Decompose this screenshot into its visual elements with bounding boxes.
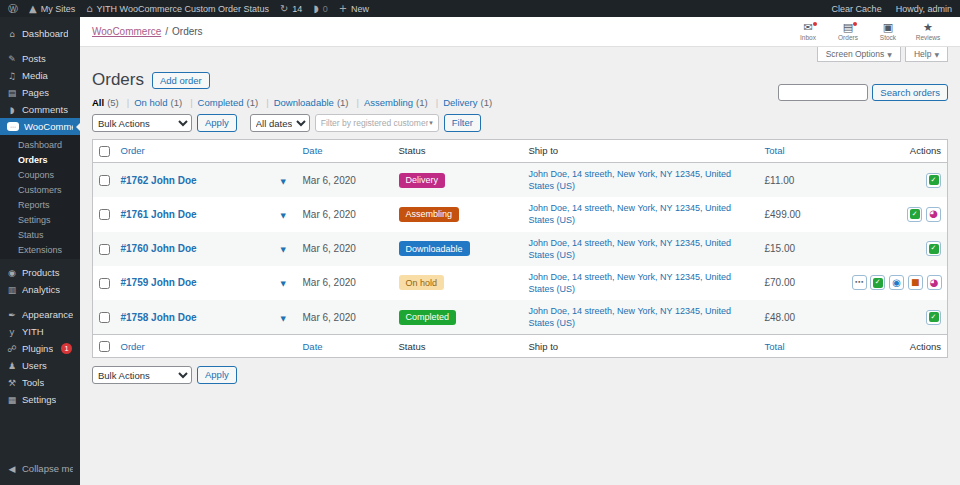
new-content-menu[interactable]: + New bbox=[339, 4, 369, 14]
column-header-date[interactable]: Date bbox=[297, 140, 393, 163]
customer-filter-select[interactable]: Filter by registered customer ▾ bbox=[315, 114, 439, 132]
sidebar-item-label: YITH bbox=[22, 326, 44, 337]
sidebar-item-analytics[interactable]: ▥ Analytics bbox=[0, 281, 80, 298]
row-checkbox[interactable] bbox=[99, 278, 110, 289]
ship-to-link[interactable]: John Doe, 14 streeth, New York, NY 12345… bbox=[529, 305, 753, 329]
view-count: (1) bbox=[416, 97, 428, 108]
action-processing-button[interactable]: ⋯ bbox=[852, 275, 867, 290]
apply-button-bottom[interactable]: Apply bbox=[197, 366, 237, 384]
view-on-hold-link[interactable]: On hold bbox=[134, 97, 167, 108]
column-header-order[interactable]: Order bbox=[115, 140, 275, 163]
action-delivery-button[interactable]: ◕ bbox=[927, 275, 942, 290]
sidebar-item-appearance[interactable]: ✒ Appearance bbox=[0, 306, 80, 323]
action-delivery-button[interactable]: ◕ bbox=[926, 207, 941, 222]
sidebar-item-plugins[interactable]: ☍ Plugins 1 bbox=[0, 340, 80, 357]
collapse-menu-button[interactable]: ◀ Collapse menu bbox=[0, 460, 80, 477]
column-header-total[interactable]: Total bbox=[759, 140, 845, 163]
view-assembling-link[interactable]: Assembling bbox=[364, 97, 413, 108]
sidebar-item-tools[interactable]: ⚒ Tools bbox=[0, 374, 80, 391]
activity-reviews-button[interactable]: ★ Reviews bbox=[908, 22, 948, 41]
order-date: Mar 6, 2020 bbox=[297, 266, 393, 300]
view-completed-link[interactable]: Completed bbox=[198, 97, 244, 108]
sidebar-item-media[interactable]: ♫ Media bbox=[0, 67, 80, 84]
order-preview-icon[interactable]: ▼ bbox=[281, 178, 286, 186]
activity-inbox-button[interactable]: ✉ Inbox bbox=[788, 22, 828, 41]
action-complete-button[interactable]: ✓ bbox=[907, 207, 922, 222]
action-complete-button[interactable]: ✓ bbox=[870, 275, 885, 290]
woocommerce-icon: ⋯ bbox=[7, 122, 19, 131]
row-checkbox[interactable] bbox=[99, 312, 110, 323]
column-footer-order[interactable]: Order bbox=[115, 335, 275, 358]
action-complete-button[interactable]: ✓ bbox=[926, 173, 941, 188]
order-preview-icon[interactable]: ▼ bbox=[281, 315, 286, 323]
submenu-item-status[interactable]: Status bbox=[0, 227, 80, 242]
row-checkbox[interactable] bbox=[99, 175, 110, 186]
order-link[interactable]: #1762 John Doe bbox=[121, 175, 197, 186]
row-checkbox[interactable] bbox=[99, 209, 110, 220]
sidebar-item-posts[interactable]: ✎ Posts bbox=[0, 50, 80, 67]
order-link[interactable]: #1758 John Doe bbox=[121, 312, 197, 323]
order-link[interactable]: #1760 John Doe bbox=[121, 243, 197, 254]
activity-orders-button[interactable]: ▤ Orders bbox=[828, 22, 868, 41]
submenu-item-extensions[interactable]: Extensions bbox=[0, 242, 80, 257]
sidebar-item-dashboard[interactable]: ⌂ Dashboard bbox=[0, 25, 80, 42]
column-footer-total[interactable]: Total bbox=[759, 335, 845, 358]
submenu-item-coupons[interactable]: Coupons bbox=[0, 167, 80, 182]
sidebar-item-products[interactable]: ◉ Products bbox=[0, 264, 80, 281]
ship-to-link[interactable]: John Doe, 14 streeth, New York, NY 12345… bbox=[529, 202, 753, 226]
ship-to-link[interactable]: John Doe, 14 streeth, New York, NY 12345… bbox=[529, 237, 753, 261]
ship-to-link[interactable]: John Doe, 14 streeth, New York, NY 12345… bbox=[529, 271, 753, 295]
view-downloadable-link[interactable]: Downloadable bbox=[274, 97, 334, 108]
action-complete-button[interactable]: ✓ bbox=[926, 241, 941, 256]
view-delivery-link[interactable]: Delivery bbox=[443, 97, 477, 108]
order-date: Mar 6, 2020 bbox=[297, 232, 393, 266]
screen-options-button[interactable]: Screen Options ▼ bbox=[817, 47, 901, 62]
wp-logo-menu[interactable]: Ⓦ bbox=[8, 4, 18, 14]
row-checkbox[interactable] bbox=[99, 244, 110, 255]
howdy-account-menu[interactable]: Howdy, admin bbox=[896, 4, 952, 14]
select-all-checkbox[interactable] bbox=[99, 146, 110, 157]
my-sites-menu[interactable]: ▲ My Sites bbox=[29, 4, 75, 14]
clear-cache-button[interactable]: Clear Cache bbox=[832, 4, 882, 14]
order-preview-icon[interactable]: ▼ bbox=[281, 280, 286, 288]
order-preview-icon[interactable]: ▼ bbox=[281, 246, 286, 254]
select-all-checkbox[interactable] bbox=[99, 341, 110, 352]
help-button[interactable]: Help ▼ bbox=[905, 47, 948, 62]
comments-menu[interactable]: ◗ 0 bbox=[313, 4, 327, 14]
order-link[interactable]: #1761 John Doe bbox=[121, 209, 197, 220]
sidebar-item-yith[interactable]: y YITH bbox=[0, 323, 80, 340]
filter-button[interactable]: Filter bbox=[444, 114, 481, 132]
bulk-actions-select[interactable]: Bulk Actions bbox=[92, 114, 192, 132]
search-orders-input[interactable] bbox=[778, 84, 868, 101]
submenu-item-settings[interactable]: Settings bbox=[0, 212, 80, 227]
add-order-button[interactable]: Add order bbox=[152, 72, 210, 89]
submenu-item-orders[interactable]: Orders bbox=[0, 152, 80, 167]
site-name-menu[interactable]: ⌂ YITH WooCommerce Custom Order Status bbox=[86, 4, 269, 14]
action-complete-button[interactable]: ✓ bbox=[926, 310, 941, 325]
reviews-star-icon: ★ bbox=[923, 22, 933, 34]
activity-stock-button[interactable]: ▣ Stock bbox=[868, 22, 908, 41]
search-orders-button[interactable]: Search orders bbox=[872, 84, 948, 101]
submenu-item-dashboard[interactable]: Dashboard bbox=[0, 137, 80, 152]
ship-to-link[interactable]: John Doe, 14 streeth, New York, NY 12345… bbox=[529, 168, 753, 192]
status-badge: Downloadable bbox=[399, 241, 470, 256]
view-all-link[interactable]: All bbox=[92, 97, 104, 108]
apply-button[interactable]: Apply bbox=[197, 114, 237, 132]
sidebar-item-comments[interactable]: ◗ Comments bbox=[0, 101, 80, 118]
sidebar-item-woocommerce[interactable]: ⋯ WooCommerce bbox=[0, 118, 80, 135]
action-downloadable-button[interactable]: ◉ bbox=[889, 275, 904, 290]
sidebar-item-pages[interactable]: ▤ Pages bbox=[0, 84, 80, 101]
column-footer-date[interactable]: Date bbox=[297, 335, 393, 358]
order-preview-icon[interactable]: ▼ bbox=[281, 212, 286, 220]
sidebar-item-users[interactable]: ♟ Users bbox=[0, 357, 80, 374]
order-link[interactable]: #1759 John Doe bbox=[121, 277, 197, 288]
updates-menu[interactable]: ↻ 14 bbox=[280, 4, 302, 14]
breadcrumb-woocommerce-link[interactable]: WooCommerce bbox=[92, 26, 161, 37]
submenu-item-reports[interactable]: Reports bbox=[0, 197, 80, 212]
date-filter-select[interactable]: All dates bbox=[250, 114, 310, 132]
action-assembling-button[interactable]: ■ bbox=[908, 275, 923, 290]
bulk-actions-select-bottom[interactable]: Bulk Actions bbox=[92, 366, 192, 384]
order-date: Mar 6, 2020 bbox=[297, 300, 393, 335]
submenu-item-customers[interactable]: Customers bbox=[0, 182, 80, 197]
sidebar-item-settings[interactable]: ▦ Settings bbox=[0, 391, 80, 408]
